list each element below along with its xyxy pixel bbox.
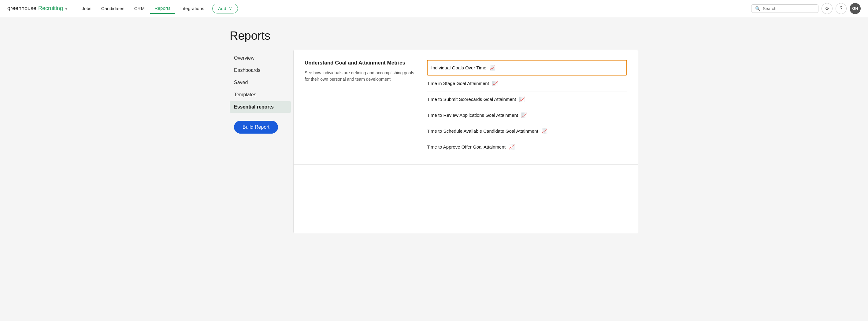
report-chart-icon: 📈 bbox=[508, 144, 515, 150]
report-item-time-approve-offer[interactable]: Time to Approve Offer Goal Attainment 📈 bbox=[427, 139, 627, 155]
page-header: Reports bbox=[230, 17, 638, 50]
report-chart-icon: 📈 bbox=[519, 96, 525, 102]
section-goal-attainment: Understand Goal and Attainment Metrics S… bbox=[293, 50, 638, 165]
brand-logo[interactable]: greenhouse Recruiting ∨ bbox=[7, 5, 68, 11]
avatar-initials: GH bbox=[852, 6, 858, 11]
main-content: Understand Goal and Attainment Metrics S… bbox=[293, 50, 638, 233]
nav-integrations[interactable]: Integrations bbox=[176, 3, 208, 13]
report-item-time-submit-scorecards[interactable]: Time to Submit Scorecards Goal Attainmen… bbox=[427, 91, 627, 107]
nav-links: Jobs Candidates CRM Reports Integrations… bbox=[78, 3, 751, 14]
nav-reports[interactable]: Reports bbox=[150, 3, 175, 14]
section-description: Understand Goal and Attainment Metrics S… bbox=[305, 60, 415, 155]
report-item-label: Individual Goals Over Time bbox=[431, 65, 486, 70]
sidebar-item-overview[interactable]: Overview bbox=[230, 52, 291, 64]
report-item-time-review-apps[interactable]: Time to Review Applications Goal Attainm… bbox=[427, 107, 627, 123]
help-icon: ? bbox=[840, 6, 843, 11]
report-item-label: Time to Approve Offer Goal Attainment bbox=[427, 144, 505, 150]
page-container: Reports Overview Dashboards Saved Templa… bbox=[220, 17, 648, 233]
report-item-time-in-stage[interactable]: Time in Stage Goal Attainment 📈 bbox=[427, 75, 627, 91]
add-button-label: Add bbox=[218, 6, 226, 11]
nav-right: 🔍 ⚙ ? GH bbox=[751, 3, 861, 14]
help-button[interactable]: ? bbox=[836, 3, 846, 14]
nav-jobs[interactable]: Jobs bbox=[78, 3, 96, 13]
section-title: Understand Goal and Attainment Metrics bbox=[305, 60, 415, 66]
report-item-label: Time to Submit Scorecards Goal Attainmen… bbox=[427, 97, 516, 102]
brand-recruiting-text: Recruiting bbox=[38, 5, 63, 11]
report-item-label: Time to Review Applications Goal Attainm… bbox=[427, 113, 518, 118]
search-input[interactable] bbox=[763, 6, 814, 11]
report-chart-icon: 📈 bbox=[492, 81, 498, 86]
sidebar-item-saved[interactable]: Saved bbox=[230, 77, 291, 88]
report-list: Individual Goals Over Time 📈 Time in Sta… bbox=[427, 60, 627, 155]
build-report-button[interactable]: Build Report bbox=[234, 121, 278, 134]
report-chart-icon: 📈 bbox=[541, 128, 548, 134]
avatar[interactable]: GH bbox=[850, 3, 861, 14]
settings-icon: ⚙ bbox=[825, 5, 829, 11]
nav-candidates[interactable]: Candidates bbox=[97, 3, 129, 13]
settings-button[interactable]: ⚙ bbox=[822, 3, 833, 14]
sidebar-item-templates[interactable]: Templates bbox=[230, 89, 291, 101]
content-layout: Overview Dashboards Saved Templates Esse… bbox=[230, 50, 638, 233]
nav-crm[interactable]: CRM bbox=[130, 3, 149, 13]
sidebar: Overview Dashboards Saved Templates Esse… bbox=[230, 50, 291, 233]
add-chevron-icon: ∨ bbox=[229, 6, 232, 11]
search-bar[interactable]: 🔍 bbox=[751, 4, 818, 13]
report-item-label: Time to Schedule Available Candidate Goa… bbox=[427, 128, 538, 134]
search-icon: 🔍 bbox=[755, 6, 760, 11]
report-item-label: Time in Stage Goal Attainment bbox=[427, 81, 489, 86]
top-navigation: greenhouse Recruiting ∨ Jobs Candidates … bbox=[0, 0, 868, 17]
brand-greenhouse-text: greenhouse bbox=[7, 5, 36, 11]
brand-chevron-icon[interactable]: ∨ bbox=[65, 6, 68, 11]
sidebar-item-essential-reports[interactable]: Essential reports bbox=[230, 101, 291, 113]
report-chart-icon: 📈 bbox=[521, 112, 527, 118]
report-item-individual-goals[interactable]: Individual Goals Over Time 📈 bbox=[427, 60, 627, 75]
report-item-time-schedule-candidate[interactable]: Time to Schedule Available Candidate Goa… bbox=[427, 123, 627, 139]
sidebar-item-dashboards[interactable]: Dashboards bbox=[230, 65, 291, 76]
page-title: Reports bbox=[230, 29, 638, 42]
add-button[interactable]: Add ∨ bbox=[212, 4, 238, 13]
report-chart-icon: 📈 bbox=[489, 65, 495, 71]
section-text: See how individuals are defining and acc… bbox=[305, 70, 415, 83]
